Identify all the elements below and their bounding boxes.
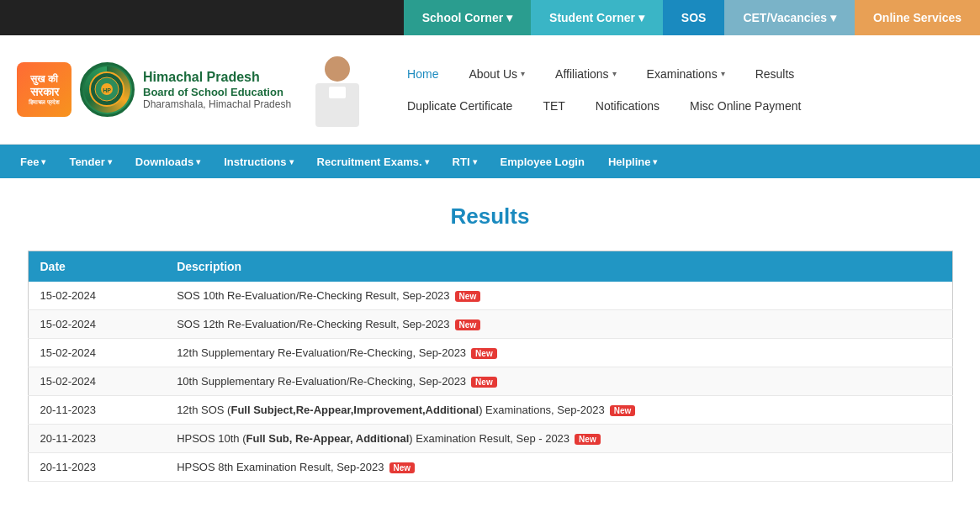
table-row[interactable]: 20-11-2023HPSOS 10th (Full Sub, Re-Appea… xyxy=(28,425,952,453)
secnav-tender[interactable]: Tender ▾ xyxy=(57,145,123,178)
new-badge: New xyxy=(389,462,416,473)
secnav-fee[interactable]: Fee ▾ xyxy=(8,145,57,178)
results-table: Date Description 15-02-2024SOS 10th Re-E… xyxy=(28,251,953,482)
description-cell[interactable]: HPSOS 10th (Full Sub, Re-Appear, Additio… xyxy=(165,425,952,453)
nav-examinations[interactable]: Examinations ▾ xyxy=(632,59,740,89)
new-badge: New xyxy=(471,348,497,359)
header-org-text: Himachal Pradesh Board of School Educati… xyxy=(143,69,291,111)
affiliations-caret: ▾ xyxy=(612,69,617,78)
date-cell: 20-11-2023 xyxy=(28,425,165,453)
top-navigation: School Corner ▾ Student Corner ▾ SOS CET… xyxy=(0,0,980,35)
nav-about-us[interactable]: About Us ▾ xyxy=(453,59,540,89)
table-row[interactable]: 20-11-202312th SOS (Full Subject,Re-Appe… xyxy=(28,396,952,425)
nav-results[interactable]: Results xyxy=(740,59,810,89)
table-row[interactable]: 20-11-2023HPSOS 8th Examination Result, … xyxy=(28,453,952,482)
fee-caret: ▾ xyxy=(41,157,45,166)
rti-caret: ▾ xyxy=(473,157,477,166)
secnav-rti[interactable]: RTI ▾ xyxy=(441,145,489,178)
sukh-ki-sarkar-logo: सुख की सरकार हिमाचल प्रदेश xyxy=(17,62,72,117)
new-badge: New xyxy=(610,405,636,416)
table-row[interactable]: 15-02-202410th Supplementary Re-Evaluati… xyxy=(28,367,952,396)
nav-affiliations[interactable]: Affiliations ▾ xyxy=(540,59,632,89)
date-cell: 15-02-2024 xyxy=(28,367,165,396)
topnav-online-services[interactable]: Online Services xyxy=(855,0,980,35)
secnav-instructions[interactable]: Instructions ▾ xyxy=(212,145,305,178)
table-row[interactable]: 15-02-2024SOS 12th Re-Evaluation/Re-Chec… xyxy=(28,310,952,339)
helpline-caret: ▾ xyxy=(653,157,657,166)
page-title: Results xyxy=(28,203,953,230)
downloads-caret: ▾ xyxy=(196,157,200,166)
official-photo xyxy=(308,52,367,128)
nav-misc-payment[interactable]: Misc Online Payment xyxy=(675,91,816,121)
nav-duplicate-certificate[interactable]: Duplicate Certificate xyxy=(392,91,527,121)
about-us-caret: ▾ xyxy=(521,69,525,78)
col-header-date: Date xyxy=(28,251,165,282)
nav-tet[interactable]: TET xyxy=(527,91,580,121)
date-cell: 20-11-2023 xyxy=(28,396,165,425)
svg-text:HP: HP xyxy=(103,87,111,93)
header-logos: सुख की सरकार हिमाचल प्रदेश HP xyxy=(17,62,135,117)
secnav-downloads[interactable]: Downloads ▾ xyxy=(124,145,212,178)
secnav-recruitment-exams[interactable]: Recruitment Exams. ▾ xyxy=(305,145,441,178)
topnav-cet[interactable]: CET/Vacancies ▾ xyxy=(724,0,855,35)
description-cell[interactable]: 12th SOS (Full Subject,Re-Appear,Improve… xyxy=(165,396,952,425)
date-cell: 15-02-2024 xyxy=(28,310,165,339)
new-badge: New xyxy=(575,434,601,445)
main-navigation: Home About Us ▾ Affiliations ▾ Examinati… xyxy=(384,59,963,121)
new-badge: New xyxy=(455,291,481,302)
examinations-caret: ▾ xyxy=(721,69,725,78)
new-badge: New xyxy=(471,377,497,388)
description-cell[interactable]: SOS 12th Re-Evaluation/Re-Checking Resul… xyxy=(165,310,952,339)
recruitment-caret: ▾ xyxy=(425,157,429,166)
description-cell[interactable]: 12th Supplementary Re-Evaluation/Re-Chec… xyxy=(165,339,952,367)
table-row[interactable]: 15-02-202412th Supplementary Re-Evaluati… xyxy=(28,339,952,367)
date-cell: 15-02-2024 xyxy=(28,282,165,310)
date-cell: 15-02-2024 xyxy=(28,339,165,367)
main-content: Results Date Description 15-02-2024SOS 1… xyxy=(11,178,970,507)
nav-notifications[interactable]: Notifications xyxy=(580,91,675,121)
topnav-student-corner[interactable]: Student Corner ▾ xyxy=(531,0,663,35)
date-cell: 20-11-2023 xyxy=(28,453,165,482)
tender-caret: ▾ xyxy=(108,157,112,166)
topnav-school-corner[interactable]: School Corner ▾ xyxy=(404,0,531,35)
board-seal-logo: HP xyxy=(80,62,135,117)
site-header: सुख की सरकार हिमाचल प्रदेश HP Himachal P… xyxy=(0,35,980,145)
col-header-description: Description xyxy=(165,251,952,282)
nav-home[interactable]: Home xyxy=(392,59,453,89)
instructions-caret: ▾ xyxy=(289,157,294,166)
description-cell[interactable]: 10th Supplementary Re-Evaluation/Re-Chec… xyxy=(165,367,952,396)
description-cell[interactable]: HPSOS 8th Examination Result, Sep-2023Ne… xyxy=(165,453,952,482)
topnav-sos[interactable]: SOS xyxy=(663,0,725,35)
secnav-helpline[interactable]: Helpline ▾ xyxy=(596,145,670,178)
secondary-navigation: Fee ▾ Tender ▾ Downloads ▾ Instructions … xyxy=(0,145,980,178)
new-badge: New xyxy=(455,319,481,330)
table-row[interactable]: 15-02-2024SOS 10th Re-Evaluation/Re-Chec… xyxy=(28,282,952,310)
description-cell[interactable]: SOS 10th Re-Evaluation/Re-Checking Resul… xyxy=(165,282,952,310)
table-header-row: Date Description xyxy=(28,251,952,282)
secnav-employee-login[interactable]: Employee Login xyxy=(489,145,596,178)
